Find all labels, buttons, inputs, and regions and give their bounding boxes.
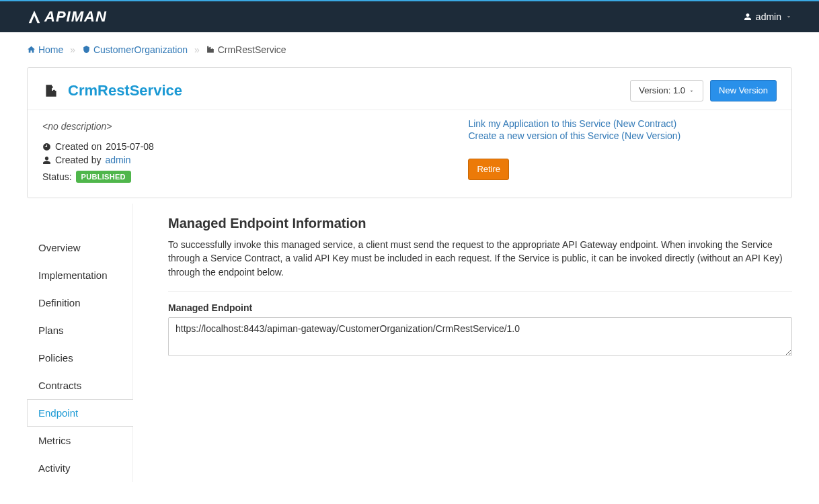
user-menu[interactable]: admin (744, 11, 792, 22)
page-title: Managed Endpoint Information (168, 216, 792, 231)
status-badge: PUBLISHED (76, 171, 131, 183)
panel-body: <no description> Created on 2015-07-08 C… (28, 110, 791, 198)
tab-plans[interactable]: Plans (27, 317, 132, 344)
tab-implementation[interactable]: Implementation (27, 261, 132, 289)
tab-contracts[interactable]: Contracts (27, 372, 132, 399)
home-icon (27, 45, 36, 54)
panel-header: CrmRestService Version: 1.0 New Version (28, 68, 791, 110)
created-by-row: Created by admin (42, 155, 448, 165)
page-description: To successfully invoke this managed serv… (168, 238, 792, 279)
breadcrumb-home[interactable]: Home (27, 44, 63, 55)
chevron-down-icon (689, 88, 695, 94)
tab-endpoint[interactable]: Endpoint (27, 399, 133, 427)
service-panel: CrmRestService Version: 1.0 New Version … (27, 67, 792, 198)
main-content: Managed Endpoint Information To successf… (133, 204, 792, 482)
panel-left-column: <no description> Created on 2015-07-08 C… (42, 118, 448, 183)
service-title: CrmRestService (42, 82, 182, 99)
tab-activity[interactable]: Activity (27, 454, 132, 482)
status-row: Status: PUBLISHED (42, 171, 448, 183)
tab-policies[interactable]: Policies (27, 344, 132, 372)
shield-icon (82, 45, 91, 54)
tab-overview[interactable]: Overview (27, 234, 132, 261)
tab-metrics[interactable]: Metrics (27, 427, 132, 454)
created-by-link[interactable]: admin (105, 155, 130, 165)
retire-button[interactable]: Retire (468, 159, 509, 180)
content-area: Overview Implementation Definition Plans… (0, 204, 819, 482)
clock-icon (42, 142, 51, 151)
service-name[interactable]: CrmRestService (68, 82, 182, 99)
logo[interactable]: APIMAN (27, 8, 107, 26)
breadcrumb-current: CrmRestService (206, 44, 286, 55)
user-icon (744, 13, 752, 21)
logo-icon (27, 9, 42, 24)
logo-text: APIMAN (44, 8, 107, 26)
created-on-row: Created on 2015-07-08 (42, 141, 448, 152)
endpoint-label: Managed Endpoint (168, 302, 792, 313)
top-navbar: APIMAN admin (0, 0, 819, 32)
created-on-value: 2015-07-08 (106, 141, 154, 152)
divider (168, 291, 792, 292)
breadcrumb: Home » CustomerOrganization » CrmRestSer… (0, 32, 819, 62)
breadcrumb-org[interactable]: CustomerOrganization (82, 44, 188, 55)
breadcrumb-separator: » (194, 44, 200, 55)
managed-endpoint-field[interactable] (168, 317, 792, 356)
version-selector[interactable]: Version: 1.0 (630, 80, 703, 101)
puzzle-icon (206, 45, 215, 54)
header-actions: Version: 1.0 New Version (630, 80, 777, 101)
user-icon (42, 156, 51, 165)
tab-definition[interactable]: Definition (27, 289, 132, 317)
user-name: admin (756, 11, 781, 22)
puzzle-icon (42, 82, 60, 99)
new-version-button[interactable]: New Version (710, 80, 777, 101)
breadcrumb-separator: » (70, 44, 75, 55)
sidebar-tabs: Overview Implementation Definition Plans… (27, 204, 133, 482)
create-version-link[interactable]: Create a new version of this Service (Ne… (468, 130, 777, 141)
panel-right-column: Link my Application to this Service (New… (468, 118, 777, 183)
service-description: <no description> (42, 118, 448, 141)
link-application-link[interactable]: Link my Application to this Service (New… (468, 118, 777, 129)
action-links: Link my Application to this Service (New… (468, 118, 777, 141)
chevron-down-icon (785, 13, 792, 20)
